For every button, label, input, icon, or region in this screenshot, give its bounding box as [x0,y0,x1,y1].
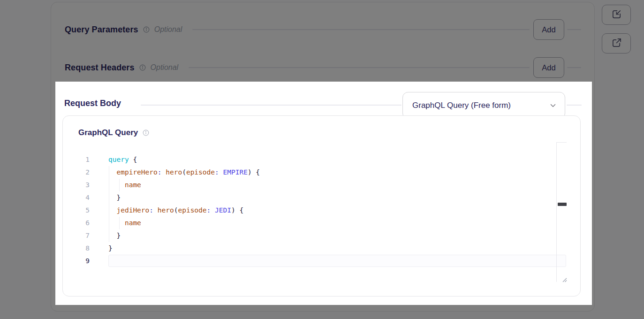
code-line: 7 } [63,229,580,242]
resize-grip-icon[interactable] [561,276,567,282]
code-line: 3 name [63,179,580,191]
code-line: 9 [63,255,580,267]
line-number: 5 [63,204,90,217]
request-headers-row: Request Headers Optional Add [65,57,581,78]
line-number: 2 [63,166,90,179]
code-line: 1query { [63,153,580,166]
code-text: name [90,179,141,191]
graphql-query-header: GraphQL Query [78,128,149,137]
code-line: 8} [63,242,580,255]
divider [192,29,530,30]
code-line: 4 } [63,191,580,204]
line-number: 3 [63,179,90,191]
code-text: } [90,229,121,242]
divider [567,29,581,30]
add-query-parameter-button[interactable]: Add [533,19,564,40]
request-body-label: Request Body [64,99,121,108]
line-number: 8 [63,242,90,255]
code-text: jediHero: hero(episode: JEDI) { [90,204,243,217]
graphql-editor-card: GraphQL Query 1query {2 empireHero: hero… [62,115,581,296]
add-request-header-button[interactable]: Add [533,57,564,78]
line-number: 4 [63,191,90,204]
query-parameters-row: Query Parameters Optional Add [65,19,581,40]
divider [567,105,582,106]
divider [189,67,530,68]
graphql-code-editor[interactable]: 1query {2 empireHero: hero(episode: EMPI… [63,153,580,267]
line-number: 9 [63,255,90,267]
code-text [90,255,108,267]
body-type-select-value: GraphQL Query (Free form) [412,101,545,110]
body-type-select[interactable]: GraphQL Query (Free form) [402,92,565,119]
info-icon[interactable] [139,64,146,71]
divider [141,105,402,106]
line-number: 6 [63,217,90,229]
info-icon[interactable] [143,26,150,33]
request-headers-label: Request Headers [65,63,135,73]
code-text: name [90,217,141,229]
optional-hint: Optional [154,25,182,34]
open-external-button[interactable] [602,33,631,53]
code-line: 6 name [63,217,580,229]
divider [567,67,581,68]
edit-in-window-button[interactable] [602,5,631,25]
square-arrow-in-icon [611,9,622,21]
code-line: 2 empireHero: hero(episode: EMPIRE) { [63,166,580,179]
code-line: 5 jediHero: hero(episode: JEDI) { [63,204,580,217]
editor-scrollbar[interactable] [556,142,567,282]
app-screen: Query Parameters Optional Add Request He… [0,0,644,319]
line-number: 1 [63,153,90,166]
code-text: } [90,242,113,255]
scrollbar-thumb[interactable] [558,203,567,206]
optional-hint: Optional [151,63,179,72]
code-text: query { [90,153,137,166]
query-parameters-label: Query Parameters [65,25,138,35]
request-body-spotlight: Request Body GraphQL Query (Free form) G… [55,82,592,305]
code-text: empireHero: hero(episode: EMPIRE) { [90,166,260,179]
line-number: 7 [63,229,90,242]
graphql-query-label: GraphQL Query [78,128,138,137]
code-text: } [90,191,121,204]
chevron-down-icon [549,101,557,110]
external-link-icon [611,38,622,50]
info-icon[interactable] [143,129,149,136]
